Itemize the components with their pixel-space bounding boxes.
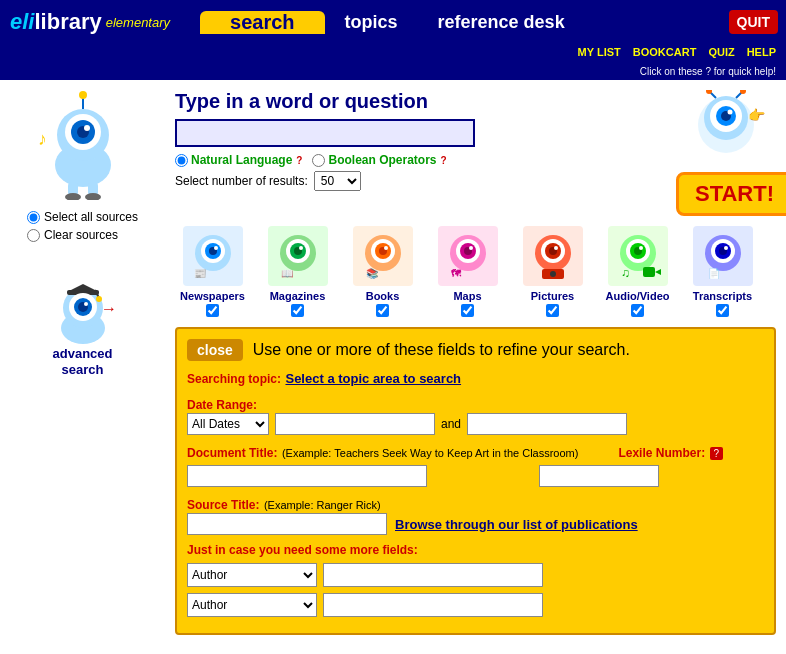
source-title-row: Source Title: (Example: Ranger Rick) Bro… — [187, 495, 764, 535]
source-title-input[interactable] — [187, 513, 387, 535]
nl-help-icon[interactable]: ? — [296, 155, 302, 166]
doc-title-label: Document Title: — [187, 446, 277, 460]
magazines-label: Magazines — [270, 290, 326, 302]
advanced-search-panel: close Use one or more of these fields to… — [175, 327, 776, 635]
clear-sources-label: Clear sources — [44, 228, 118, 242]
bookcart-link[interactable]: BOOKCART — [633, 46, 697, 58]
maps-icon: 🗺 — [438, 226, 498, 286]
newspapers-icon: 📰 — [183, 226, 243, 286]
svg-text:♫: ♫ — [621, 266, 630, 280]
svg-text:👉: 👉 — [748, 107, 766, 124]
author-select-1[interactable]: Author Subject Title — [187, 563, 317, 587]
select-all-label: Select all sources — [44, 210, 138, 224]
lexile-input[interactable] — [539, 465, 659, 487]
clear-sources[interactable]: Clear sources — [27, 228, 138, 242]
sub-nav: MY LIST BOOKCART QUIZ HELP — [0, 44, 786, 60]
newspapers-checkbox[interactable] — [206, 304, 219, 317]
results-select[interactable]: 10 20 30 40 50 100 — [314, 171, 361, 191]
logo-eli: eli — [10, 9, 34, 35]
svg-point-70 — [639, 246, 643, 250]
source-item-magazines: 📖 Magazines — [260, 226, 335, 317]
close-button[interactable]: close — [187, 339, 243, 361]
title-lexile-row: Document Title: (Example: Teachers Seek … — [187, 443, 764, 461]
svg-text:📚: 📚 — [366, 267, 379, 280]
search-and-start: Type in a word or question Natural Langu… — [175, 90, 676, 216]
svg-text:📰: 📰 — [194, 267, 207, 280]
lexile-help-icon[interactable]: ? — [710, 447, 724, 460]
source-item-books: 📚 Books — [345, 226, 420, 317]
lexile-label: Lexile Number: — [618, 446, 705, 460]
start-col: 👉 START! — [676, 90, 776, 216]
browse-publications-link[interactable]: Browse through our list of publications — [395, 517, 638, 532]
doc-title-row: Document Title: (Example: Teachers Seek … — [187, 443, 764, 487]
date-to-input[interactable] — [467, 413, 627, 435]
date-range-select[interactable]: All Dates Last Week Last Month Last Year… — [187, 413, 269, 435]
ref-desk-tab[interactable]: reference desk — [418, 12, 585, 33]
author-input-2[interactable] — [323, 593, 543, 617]
ref-desk-label: reference desk — [438, 12, 565, 33]
svg-point-22 — [84, 302, 88, 306]
results-row: Select number of results: 10 20 30 40 50… — [175, 171, 676, 191]
search-tab[interactable]: search — [200, 11, 325, 34]
svg-text:🗺: 🗺 — [451, 268, 462, 279]
main-area: ♪ Select all sources Clear sources — [0, 80, 786, 654]
click-quick-help: Click on these ? for quick help! — [640, 66, 776, 77]
maps-checkbox[interactable] — [461, 304, 474, 317]
boolean-option[interactable]: Boolean Operators ? — [312, 153, 446, 167]
date-from-input[interactable] — [275, 413, 435, 435]
audiovideo-checkbox[interactable] — [631, 304, 644, 317]
adv-panel-header: close Use one or more of these fields to… — [187, 339, 764, 361]
doc-title-input[interactable] — [187, 465, 427, 487]
source-item-audiovideo: ♫ Audio/Video — [600, 226, 675, 317]
books-checkbox[interactable] — [376, 304, 389, 317]
logo-area: elilibrary elementary — [0, 3, 180, 41]
svg-marker-73 — [655, 269, 661, 275]
maps-label: Maps — [453, 290, 481, 302]
transcripts-label: Transcripts — [693, 290, 752, 302]
natural-language-label: Natural Language — [191, 153, 292, 167]
magazines-checkbox[interactable] — [291, 304, 304, 317]
select-all-sources[interactable]: Select all sources — [27, 210, 138, 224]
date-range-label: Date Range: — [187, 398, 257, 412]
date-range-inputs: All Dates Last Week Last Month Last Year… — [187, 413, 764, 435]
books-label: Books — [366, 290, 400, 302]
transcripts-checkbox[interactable] — [716, 304, 729, 317]
svg-point-78 — [724, 246, 728, 250]
magazines-icon: 📖 — [268, 226, 328, 286]
search-input[interactable] — [175, 119, 475, 147]
results-label: Select number of results: — [175, 174, 308, 188]
author-input-1[interactable] — [323, 563, 543, 587]
searching-topic-row: Searching topic: Select a topic area to … — [187, 369, 764, 387]
source-item-transcripts: 📄 Transcripts — [685, 226, 760, 317]
svg-point-29 — [728, 110, 733, 115]
audiovideo-icon: ♫ — [608, 226, 668, 286]
svg-point-7 — [79, 91, 87, 99]
svg-point-39 — [214, 246, 218, 250]
doc-inputs — [187, 465, 764, 487]
more-fields-label: Just in case you need some more fields: — [187, 543, 764, 557]
start-button[interactable]: START! — [676, 172, 786, 216]
books-icon: 📚 — [353, 226, 413, 286]
topic-search-link[interactable]: Select a topic area to search — [285, 371, 461, 386]
svg-text:♪: ♪ — [38, 129, 47, 149]
quiz-link[interactable]: QUIZ — [708, 46, 734, 58]
natural-language-option[interactable]: Natural Language ? — [175, 153, 302, 167]
author-select-2[interactable]: Author Subject Title — [187, 593, 317, 617]
svg-point-65 — [550, 271, 556, 277]
date-and-label: and — [441, 417, 461, 431]
date-range-row: Date Range: All Dates Last Week Last Mon… — [187, 395, 764, 435]
source-title-example: (Example: Ranger Rick) — [264, 499, 381, 511]
topics-tab[interactable]: topics — [325, 12, 418, 33]
my-list-link[interactable]: MY LIST — [578, 46, 621, 58]
quit-button[interactable]: QUIT — [729, 10, 778, 34]
source-item-newspapers: 📰 Newspapers — [175, 226, 250, 317]
help-link[interactable]: HELP — [747, 46, 776, 58]
svg-point-10 — [65, 193, 81, 200]
pictures-checkbox[interactable] — [546, 304, 559, 317]
content-area: Type in a word or question Natural Langu… — [165, 80, 786, 654]
topics-tab-label: topics — [345, 12, 398, 33]
logo-library: library — [34, 9, 101, 35]
svg-text:📄: 📄 — [708, 267, 721, 280]
sources-area: 📰 Newspapers 📖 — [175, 226, 776, 317]
bo-help-icon[interactable]: ? — [441, 155, 447, 166]
